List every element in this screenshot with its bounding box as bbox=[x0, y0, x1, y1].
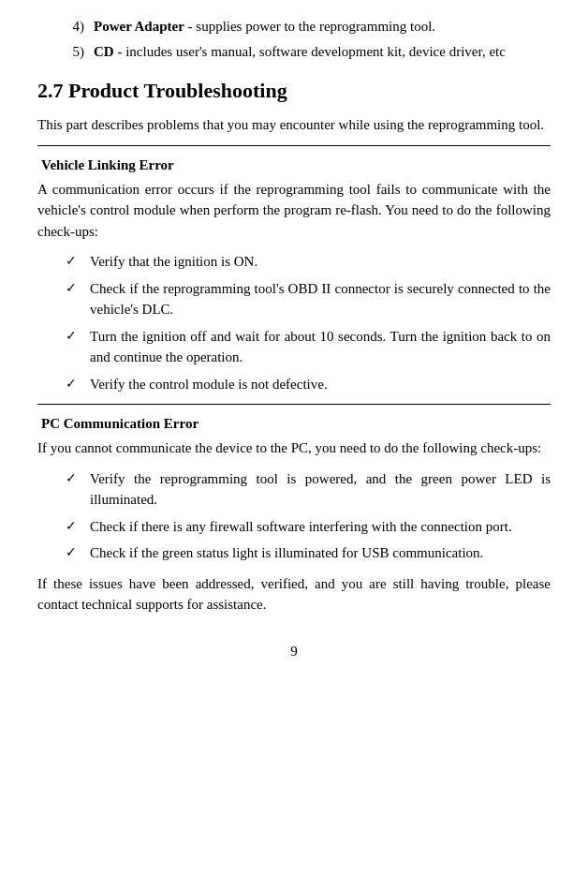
vehicle-check-text-2: Check if the reprogramming tool's OBD II… bbox=[90, 278, 551, 320]
pc-error-heading: PC Communication Error bbox=[37, 416, 551, 432]
item-number-5: 5) bbox=[56, 44, 84, 60]
pc-check-3: ✓ Check if the green status light is ill… bbox=[66, 542, 551, 564]
item-content-4: Power Adapter - supplies power to the re… bbox=[94, 19, 551, 35]
pc-check-text-3: Check if the green status light is illum… bbox=[90, 542, 551, 564]
vehicle-error-description: A communication error occurs if the repr… bbox=[37, 179, 551, 243]
vehicle-check-text-4: Verify the control module is not defecti… bbox=[90, 374, 551, 395]
vehicle-check-2: ✓ Check if the reprogramming tool's OBD … bbox=[66, 278, 551, 320]
pc-check-1: ✓ Verify the reprogramming tool is power… bbox=[66, 468, 551, 511]
vehicle-check-text-3: Turn the ignition off and wait for about… bbox=[90, 326, 551, 368]
section-intro: This part describes problems that you ma… bbox=[37, 114, 551, 136]
pc-divider bbox=[37, 404, 551, 405]
check-icon-4: ✓ bbox=[66, 374, 84, 393]
check-icon-2: ✓ bbox=[66, 278, 84, 298]
item-bold-5: CD bbox=[94, 44, 114, 59]
vehicle-divider bbox=[37, 145, 551, 146]
vehicle-check-1: ✓ Verify that the ignition is ON. bbox=[66, 251, 551, 273]
list-item-5: 5) CD - includes user's manual, software… bbox=[37, 44, 551, 60]
vehicle-check-3: ✓ Turn the ignition off and wait for abo… bbox=[66, 326, 551, 368]
check-icon-5: ✓ bbox=[66, 468, 84, 488]
vehicle-checklist: ✓ Verify that the ignition is ON. ✓ Chec… bbox=[37, 251, 551, 394]
item-text-5: - includes user's manual, software devel… bbox=[114, 44, 506, 59]
check-icon-1: ✓ bbox=[66, 251, 84, 271]
page-number: 9 bbox=[37, 644, 551, 660]
vehicle-check-4: ✓ Verify the control module is not defec… bbox=[66, 374, 551, 395]
item-content-5: CD - includes user's manual, software de… bbox=[94, 44, 551, 60]
item-bold-4: Power Adapter bbox=[94, 19, 184, 34]
check-icon-6: ✓ bbox=[66, 516, 84, 536]
item-number-4: 4) bbox=[56, 19, 84, 35]
pc-check-2: ✓ Check if there is any firewall softwar… bbox=[66, 516, 551, 538]
check-icon-7: ✓ bbox=[66, 542, 84, 562]
section-heading: 2.7 Product Troubleshooting bbox=[37, 79, 551, 103]
vehicle-check-text-1: Verify that the ignition is ON. bbox=[90, 251, 551, 273]
pc-checklist: ✓ Verify the reprogramming tool is power… bbox=[37, 468, 551, 564]
pc-error-description: If you cannot communicate the device to … bbox=[37, 438, 551, 459]
vehicle-error-heading: Vehicle Linking Error bbox=[37, 157, 551, 173]
check-icon-3: ✓ bbox=[66, 326, 84, 346]
pc-check-text-1: Verify the reprogramming tool is powered… bbox=[90, 468, 551, 511]
item-text-4: - supplies power to the reprogramming to… bbox=[184, 19, 435, 34]
list-item-4: 4) Power Adapter - supplies power to the… bbox=[37, 19, 551, 35]
pc-check-text-2: Check if there is any firewall software … bbox=[90, 516, 551, 538]
footer-text: If these issues have been addressed, ver… bbox=[37, 573, 551, 616]
